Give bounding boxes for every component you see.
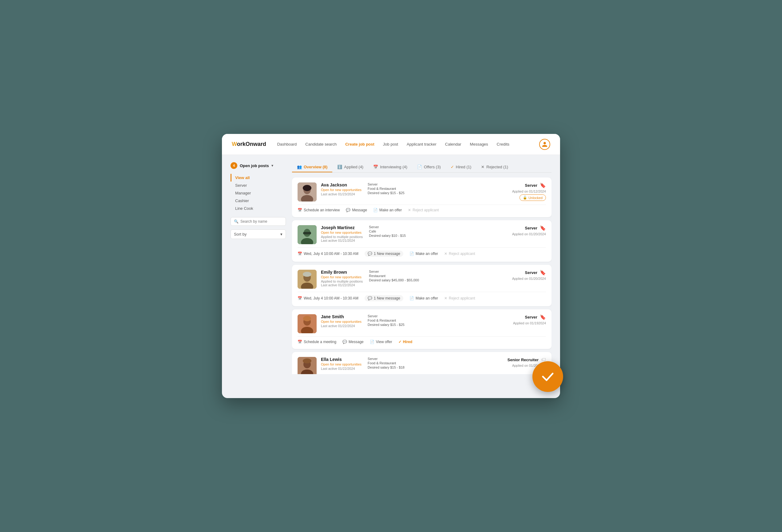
card-right-ava: Server 🔖 Applied on 01/12/2024 🔓 Unlocke…	[512, 183, 546, 201]
candidate-meta1-emily: Applied to multiple positions	[321, 279, 363, 283]
candidate-status-ella: Open for new opportunities	[321, 363, 361, 366]
logo-w: W	[232, 141, 237, 147]
card-actions-emily: 📅 Wed, July 4 10:00 AM - 10:30 AM 💬 1 Ne…	[297, 292, 546, 301]
sidebar-item-server[interactable]: Server	[230, 182, 286, 189]
bookmark-icon-jane[interactable]: 🔖	[540, 314, 546, 320]
bookmark-icon-emily[interactable]: 🔖	[540, 270, 546, 275]
card-info-ella: Ella Lewis Open for new opportunities La…	[321, 357, 503, 371]
search-input[interactable]	[240, 219, 283, 224]
tab-interviewing[interactable]: 📅 Interviewing (4)	[368, 162, 412, 172]
candidate-name-emily: Emily Brown	[321, 270, 363, 275]
nav-calendar[interactable]: Calendar	[445, 142, 461, 147]
candidate-status-emily: Open for new opportunities	[321, 275, 363, 279]
nav-candidate-search[interactable]: Candidate search	[305, 142, 336, 147]
tab-offers[interactable]: 📄 Offers (3)	[412, 162, 446, 172]
nav-applicant-tracker[interactable]: Applicant tracker	[407, 142, 436, 147]
search-box[interactable]: 🔍	[230, 217, 286, 226]
reject-btn-joseph[interactable]: ✕ Reject applicant	[444, 252, 475, 256]
nav-messages[interactable]: Messages	[470, 142, 488, 147]
sort-chevron-icon: ▾	[280, 232, 283, 236]
reject-btn-emily[interactable]: ✕ Reject applicant	[444, 296, 475, 300]
svg-rect-7	[303, 232, 311, 234]
candidate-name-joseph: Joseph Martinez	[321, 225, 363, 230]
make-offer-label-ava: Make an offer	[379, 208, 402, 212]
card-top-ava: Ava Jackson Open for new opportunities L…	[297, 183, 546, 201]
sidebar-item-cashier[interactable]: Cashier	[230, 197, 286, 204]
interview-time-emily: Wed, July 4 10:00 AM - 10:30 AM	[304, 296, 358, 300]
candidates-inner: Ava Jackson Open for new opportunities L…	[292, 178, 552, 374]
bookmark-icon-ava[interactable]: 🔖	[540, 183, 546, 188]
message-icon-ava: 💬	[346, 208, 350, 212]
nav-links: Dashboard Candidate search Create job po…	[277, 142, 539, 147]
reject-icon-ava: ✕	[408, 208, 411, 212]
job-count-badge: 4	[230, 162, 237, 169]
candidate-card-emily: Emily Brown Open for new opportunities A…	[292, 265, 552, 306]
card-top-joseph: Joseph Martinez Open for new opportuniti…	[297, 225, 546, 244]
schedule-interview-btn-ava[interactable]: 📅 Schedule an interview	[297, 208, 340, 212]
tab-overview-label: Overview (8)	[304, 165, 327, 169]
candidate-card-ava: Ava Jackson Open for new opportunities L…	[292, 178, 552, 217]
view-offer-btn-jane[interactable]: 📄 View offer	[370, 340, 392, 344]
sort-by-dropdown[interactable]: Sort by ▾	[230, 229, 286, 239]
tab-overview[interactable]: 👥 Overview (8)	[292, 162, 332, 172]
msg-badge-emily[interactable]: 💬 1 New message	[364, 295, 403, 301]
photo-ava	[297, 183, 317, 201]
card-right-emily: Server 🔖 Applied on 01/20/2024	[512, 270, 546, 280]
candidate-meta-ella: Last active 01/22/2024	[321, 367, 361, 371]
tab-applied[interactable]: ℹ️ Applied (4)	[332, 162, 368, 172]
sidebar-nav: View all Server Manager Cashier Line Coo…	[230, 174, 286, 212]
candidate-card-joseph: Joseph Martinez Open for new opportuniti…	[292, 220, 552, 262]
sidebar-item-manager[interactable]: Manager	[230, 189, 286, 197]
applied-date-jane: Applied on 01/192024	[513, 321, 546, 325]
sidebar-item-view-all[interactable]: View all	[230, 174, 286, 182]
candidate-status-joseph: Open for new opportunities	[321, 231, 363, 234]
reject-btn-ava[interactable]: ✕ Reject applicant	[408, 208, 439, 212]
card-right-joseph: Server 🔖 Applied on 01/20/2024	[512, 225, 546, 236]
nav-dashboard[interactable]: Dashboard	[277, 142, 297, 147]
unlocked-badge-ava: 🔓 Unlocked	[520, 194, 546, 201]
message-btn-jane[interactable]: 💬 Message	[343, 340, 364, 344]
offer-icon-jane: 📄	[370, 340, 375, 344]
view-offer-label-jane: View offer	[376, 340, 392, 344]
lock-icon-ava: 🔓	[523, 196, 527, 200]
detail2-joseph: Cafe	[369, 229, 406, 233]
detail1-ava: Server	[368, 183, 404, 186]
nav-credits[interactable]: Credits	[497, 142, 509, 147]
sidebar-item-line-cook[interactable]: Line Cook	[230, 204, 286, 212]
photo-emily	[297, 270, 317, 289]
nav-job-post[interactable]: Job post	[383, 142, 398, 147]
tab-hired[interactable]: ✓ Hired (1)	[446, 162, 476, 172]
svg-point-3	[303, 185, 311, 191]
schedule-meeting-btn-jane[interactable]: 📅 Schedule a meeting	[297, 340, 336, 344]
check-badge	[532, 361, 563, 392]
nav-create-job-post[interactable]: Create job post	[345, 142, 375, 147]
applied-date-emily: Applied on 01/20/2024	[512, 277, 546, 280]
chat-icon-joseph: 💬	[368, 252, 372, 256]
check-badge-wrapper	[532, 361, 563, 392]
photo-ella	[297, 357, 317, 374]
candidate-name-ava: Ava Jackson	[321, 183, 361, 187]
tab-rejected[interactable]: ✕ Rejected (1)	[476, 162, 513, 172]
candidate-meta-ava: Last active 01/23/2024	[321, 192, 361, 196]
detail1-jane: Server	[368, 314, 404, 318]
hired-btn-jane[interactable]: ✓ Hired	[398, 340, 413, 344]
make-offer-btn-emily[interactable]: 📄 Make an offer	[410, 296, 438, 300]
candidate-card-ella: Ella Lewis Open for new opportunities La…	[292, 352, 552, 374]
detail2-emily: Restaurant	[369, 274, 419, 278]
msg-badge-joseph[interactable]: 💬 1 New message	[364, 251, 403, 257]
candidate-details-ella: Server Food & Restaurant Desired salary …	[368, 357, 404, 371]
detail2-jane: Food & Restaurant	[368, 318, 404, 322]
bookmark-icon-joseph[interactable]: 🔖	[540, 225, 546, 231]
message-label-ava: Message	[352, 208, 367, 212]
tab-interviewing-label: Interviewing (4)	[380, 165, 407, 169]
make-offer-btn-ava[interactable]: 📄 Make an offer	[373, 208, 402, 212]
message-btn-ava[interactable]: 💬 Message	[346, 208, 367, 212]
calendar-icon-ava: 📅	[297, 208, 302, 212]
make-offer-btn-joseph[interactable]: 📄 Make an offer	[410, 252, 438, 256]
open-jobs-header[interactable]: 4 Open job posts ▾	[230, 162, 286, 169]
position-ava: Server	[525, 183, 537, 188]
schedule-label-ava: Schedule an interview	[304, 208, 340, 212]
candidate-details-ava: Server Food & Restaurant Desired salary …	[368, 183, 404, 196]
user-avatar[interactable]	[539, 139, 550, 150]
tab-hired-label: Hired (1)	[456, 165, 471, 169]
